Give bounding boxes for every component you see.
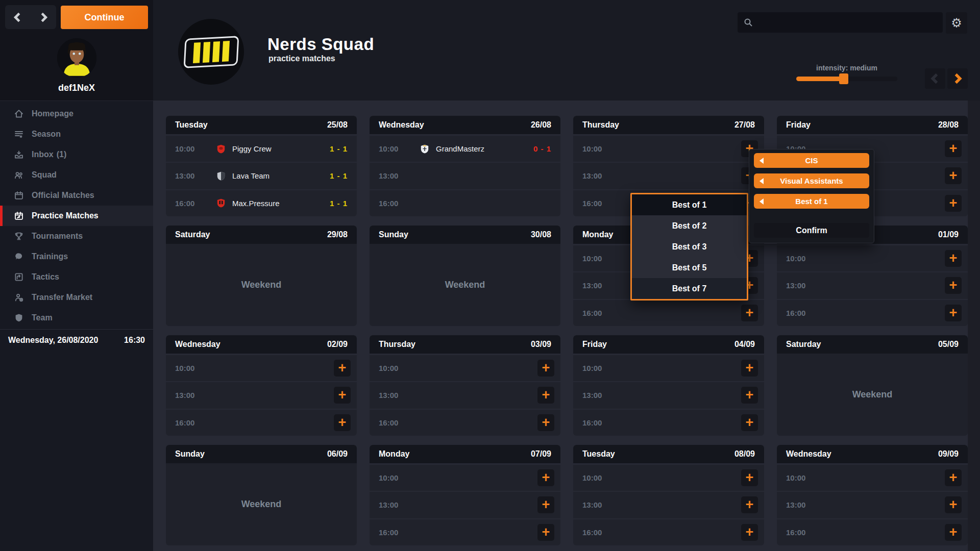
training-bubble-icon [14,252,24,262]
add-match-button[interactable]: + [537,469,554,486]
add-match-button[interactable]: + [945,277,962,294]
team-name: GrandMasterz [436,144,484,153]
region-button[interactable]: CIS [754,153,869,168]
sidebar-item-homepage[interactable]: Homepage [0,104,153,124]
forward-icon[interactable] [38,12,49,23]
card-header: Wednesday09/09 [777,445,968,463]
sidebar-item-label: Trainings [32,252,68,261]
continue-button[interactable]: Continue [61,6,148,29]
time-label: 13:00 [582,391,612,399]
sidebar-nav: HomepageSeasonInbox(1)SquadOfficial Matc… [0,104,153,328]
add-match-button[interactable]: + [945,250,962,267]
format-button[interactable]: Best of 1 [754,194,869,209]
date-label: 05/09 [938,340,959,349]
sidebar-item-practice-matches[interactable]: Practice Matches [0,206,153,226]
transfer-icon [14,292,24,303]
add-match-button[interactable]: + [945,496,962,513]
card-header: Thursday27/08 [573,116,764,134]
sidebar-item-tournaments[interactable]: Tournaments [0,226,153,246]
add-match-button[interactable]: + [945,469,962,486]
card-header: Wednesday02/09 [166,335,357,354]
add-match-button[interactable]: + [945,305,962,321]
sidebar-item-season[interactable]: Season [0,124,153,144]
search-input[interactable] [757,12,943,33]
add-match-button[interactable]: + [741,524,758,541]
add-match-button[interactable]: + [945,167,962,184]
sidebar-item-label: Transfer Market [32,293,92,302]
add-match-button[interactable]: + [741,305,758,321]
time-label: 10:00 [175,364,205,372]
day-label: Friday [786,120,811,130]
sidebar-item-transfer-market[interactable]: Transfer Market [0,287,153,308]
sidebar-item-team[interactable]: Team [0,308,153,328]
sidebar: def1NeX HomepageSeasonInbox(1)SquadOffic… [0,0,153,551]
card-header: Thursday03/09 [370,335,560,354]
prev-week-button[interactable] [925,68,945,89]
add-match-button[interactable]: + [945,524,962,541]
sidebar-item-official-matches[interactable]: Official Matches [0,185,153,206]
add-match-button[interactable]: + [741,387,758,404]
match-slot-row: 16:00+ [573,519,764,545]
add-match-button[interactable]: + [537,387,554,404]
match-slot-row: 16:00+ [573,300,764,326]
match-slot-row: 10:00+ [370,355,560,381]
time-label: 13:00 [582,281,612,290]
match-slot-row: 13:00+ [166,382,357,408]
practice-matches-screen: def1NeX HomepageSeasonInbox(1)SquadOffic… [0,0,980,551]
best-of-option[interactable]: Best of 3 [632,236,747,257]
lava-team-crest [217,171,225,181]
sidebar-item-tactics[interactable]: Tactics [0,267,153,287]
match-slot-row: 10:00+ [573,465,764,491]
sidebar-item-label: Tactics [32,272,59,282]
best-of-option[interactable]: Best of 1 [632,194,747,215]
chevron-left-icon [760,198,764,205]
add-match-button[interactable]: + [741,360,758,377]
time-label: 10:00 [786,254,816,263]
sidebar-item-squad[interactable]: Squad [0,165,153,185]
add-match-button[interactable]: + [945,140,962,157]
add-match-button[interactable]: + [334,360,351,377]
search-bar [738,12,943,33]
datetime-bar: Wednesday, 26/08/2020 16:30 [0,329,153,345]
match-slot-row: 16:00+ [370,410,560,436]
card-body: 10:00+13:00+16:00+ [370,355,560,436]
score-label: 1 - 1 [330,171,348,180]
back-icon[interactable] [12,12,23,23]
confirm-button[interactable]: Confirm [754,223,869,238]
match-slot-row: 16:00Max.Pressure1 - 1 [166,190,357,216]
card-body: 10:00+13:00+16:00+ [777,245,968,326]
sidebar-item-inbox[interactable]: Inbox(1) [0,144,153,165]
gear-icon[interactable]: ⚙ [946,12,967,34]
date-label: 29/08 [327,230,348,239]
add-match-button[interactable]: + [741,496,758,513]
chevron-right-icon [952,73,963,84]
add-match-button[interactable]: + [537,360,554,377]
next-week-button[interactable] [947,68,968,89]
add-match-button[interactable]: + [334,414,351,431]
inbox-badge: (1) [57,150,67,159]
add-match-button[interactable]: + [741,469,758,486]
best-of-option[interactable]: Best of 2 [632,215,747,236]
best-of-option[interactable]: Best of 7 [632,278,747,299]
weekend-label: Weekend [777,354,968,436]
chevron-left-icon [760,158,764,164]
weekend-card: Saturday29/08Weekend [166,226,357,326]
day-label: Saturday [175,230,210,239]
add-match-button[interactable]: + [537,414,554,431]
add-match-button[interactable]: + [537,524,554,541]
add-match-button[interactable]: + [334,387,351,404]
intensity-slider[interactable] [796,77,897,81]
best-of-option[interactable]: Best of 5 [632,257,747,278]
avatar-illustration [57,38,96,78]
region-label: CIS [805,156,818,165]
time-label: 16:00 [175,418,205,427]
add-match-button[interactable]: + [741,414,758,431]
sidebar-item-label: Team [32,313,53,322]
add-match-button[interactable]: + [537,496,554,513]
time-label: 10:00 [379,364,408,372]
opponent-button[interactable]: Visual Assistants [754,173,869,188]
time-label: 10:00 [582,473,612,482]
intensity-thumb[interactable] [839,73,848,84]
add-match-button[interactable]: + [945,195,962,212]
sidebar-item-trainings[interactable]: Trainings [0,246,153,267]
